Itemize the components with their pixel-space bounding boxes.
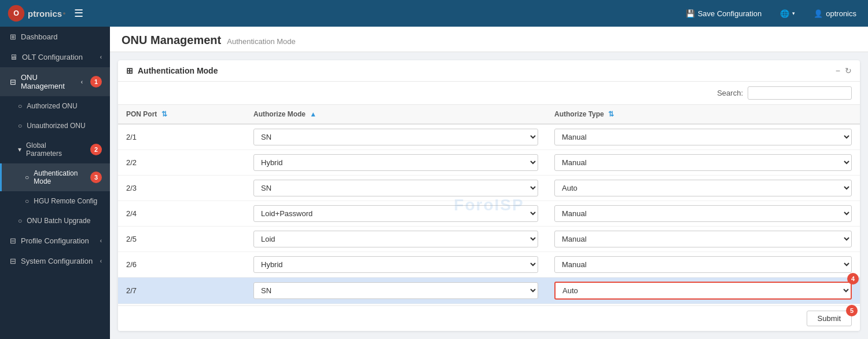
sidebar-item-profile-config[interactable]: ⊟ Profile Configuration ‹: [0, 231, 110, 251]
chevron-icon: ‹: [100, 238, 102, 244]
save-config-button[interactable]: 💾 Save Configuration: [681, 7, 767, 20]
sidebar-item-authorized-onu[interactable]: ○ Authorized ONU: [0, 96, 110, 116]
table-row: 2/7SNHybridLoid+PasswordLoidSN+Password4…: [118, 278, 860, 304]
col-authorize-mode[interactable]: Authorize Mode ▲: [245, 105, 546, 124]
card-title: ⊞ Authentication Mode: [126, 66, 218, 75]
refresh-icon[interactable]: ↻: [845, 66, 852, 75]
sidebar-item-dashboard[interactable]: ⊞ Dashboard: [0, 27, 110, 47]
sidebar-item-olt-config[interactable]: 🖥 OLT Configuration ‹: [0, 47, 110, 67]
user-icon: 👤: [814, 9, 823, 18]
save-config-label: Save Configuration: [698, 9, 762, 18]
authorize-mode-cell: SNHybridLoid+PasswordLoidSN+Password: [245, 150, 546, 176]
authorize-mode-cell: SNHybridLoid+PasswordLoidSN+Password: [245, 124, 546, 150]
circle-icon: ○: [18, 122, 22, 130]
user-button[interactable]: 👤 optronics: [809, 7, 861, 20]
table-row: 2/2SNHybridLoid+PasswordLoidSN+PasswordM…: [118, 150, 860, 176]
authorize-type-select[interactable]: ManualAuto: [554, 282, 852, 300]
search-input[interactable]: [748, 86, 852, 100]
sidebar-item-label: Profile Configuration: [21, 236, 89, 245]
sidebar-item-label: HGU Remote Config: [34, 197, 97, 205]
authorize-mode-cell: SNHybridLoid+PasswordLoidSN+Password: [245, 304, 546, 306]
authorize-type-cell: ManualAuto: [546, 124, 860, 150]
sort-icon: ⇅: [608, 110, 614, 118]
authorize-mode-cell: SNHybridLoid+PasswordLoidSN+Password: [245, 201, 546, 227]
navbar: O ptronics ● ☰ 💾 Save Configuration 🌐 ▾ …: [0, 0, 868, 27]
card-header: ⊞ Authentication Mode − ↻: [118, 60, 860, 82]
sidebar-item-onu-batch-upgrade[interactable]: ○ ONU Batch Upgrade: [0, 211, 110, 231]
olt-icon: 🖥: [10, 53, 17, 61]
sidebar-item-hgu-remote-config[interactable]: ○ HGU Remote Config: [0, 191, 110, 211]
sidebar-item-system-config[interactable]: ⊟ System Configuration ‹: [0, 251, 110, 271]
table-wrapper: ForoISP PON Port ⇅ Authorize Mode ▲ Auth…: [118, 105, 860, 305]
table-row: 2/3SNHybridLoid+PasswordLoidSN+PasswordM…: [118, 176, 860, 201]
sort-icon: ▲: [310, 110, 317, 118]
pon-port-cell: 2/1: [118, 124, 245, 150]
chevron-icon: ‹: [81, 79, 83, 85]
card-actions: − ↻: [836, 66, 852, 75]
col-pon-port[interactable]: PON Port ⇅: [118, 105, 245, 124]
authorize-type-cell: 4ManualAuto: [546, 278, 860, 304]
page-breadcrumb: Authentication Mode: [227, 37, 296, 46]
pon-port-cell: 2/3: [118, 176, 245, 201]
authorize-type-select[interactable]: ManualAuto: [554, 180, 852, 196]
table-row: 2/4SNHybridLoid+PasswordLoidSN+PasswordM…: [118, 201, 860, 227]
system-icon: ⊟: [10, 257, 16, 265]
hamburger-icon[interactable]: ☰: [74, 7, 83, 20]
pon-port-cell: 2/5: [118, 227, 245, 252]
table-row: 2/1SNHybridLoid+PasswordLoidSN+PasswordM…: [118, 124, 860, 150]
circle-icon: ○: [18, 102, 22, 110]
authorize-type-select[interactable]: ManualAuto: [554, 129, 852, 145]
annotation-badge-3: 3: [90, 172, 102, 183]
search-label: Search:: [717, 89, 743, 97]
submit-button[interactable]: Submit: [807, 311, 852, 326]
sort-icon: ⇅: [161, 110, 167, 118]
page-title-row: ONU Management Authentication Mode: [122, 34, 856, 47]
profile-icon: ⊟: [10, 236, 16, 245]
authorize-type-cell: ManualAuto: [546, 150, 860, 176]
authorize-type-select[interactable]: ManualAuto: [554, 205, 852, 222]
table-header-row: PON Port ⇅ Authorize Mode ▲ Authorize Ty…: [118, 105, 860, 124]
pon-port-cell: 2/6: [118, 252, 245, 278]
sidebar-item-label: Global Parameters: [26, 141, 83, 158]
authorize-mode-select[interactable]: SNHybridLoid+PasswordLoidSN+Password: [253, 282, 538, 299]
logo: O ptronics ●: [7, 4, 66, 23]
pon-port-cell: 2/7: [118, 278, 245, 304]
minimize-icon[interactable]: −: [836, 66, 840, 75]
authorize-type-select[interactable]: ManualAuto: [554, 154, 852, 171]
sidebar-item-unauthorized-onu[interactable]: ○ Unauthorized ONU: [0, 116, 110, 136]
authorize-mode-select[interactable]: SNHybridLoid+PasswordLoidSN+Password: [253, 205, 538, 222]
dashboard-icon: ⊞: [10, 32, 16, 41]
sidebar-item-authentication-mode[interactable]: ○ Authentication Mode 3: [0, 163, 110, 191]
annotation-badge-5: 5: [846, 305, 858, 316]
authorize-type-cell: ManualAuto: [546, 176, 860, 201]
chevron-down-icon: ▾: [792, 10, 795, 16]
circle-icon: ○: [25, 173, 29, 181]
sidebar-item-label: Unauthorized ONU: [27, 122, 85, 130]
authorize-mode-select[interactable]: SNHybridLoid+PasswordLoidSN+Password: [253, 231, 538, 247]
navbar-left: O ptronics ● ☰: [7, 4, 83, 23]
authorize-mode-select[interactable]: SNHybridLoid+PasswordLoidSN+Password: [253, 129, 538, 145]
globe-button[interactable]: 🌐 ▾: [775, 7, 800, 20]
annotation-badge-1: 1: [90, 76, 102, 88]
table-row: 2/5SNHybridLoid+PasswordLoidSN+PasswordM…: [118, 227, 860, 252]
sidebar: ⊞ Dashboard 🖥 OLT Configuration ‹ ⊟ ONU …: [0, 27, 110, 339]
col-authorize-type[interactable]: Authorize Type ⇅: [546, 105, 860, 124]
sidebar-item-onu-management[interactable]: ⊟ ONU Management ‹ 1: [0, 67, 110, 96]
data-table: PON Port ⇅ Authorize Mode ▲ Authorize Ty…: [118, 105, 860, 305]
onu-icon: ⊟: [10, 78, 16, 86]
sidebar-item-label: OLT Configuration: [22, 53, 83, 61]
table-icon: ⊞: [126, 66, 133, 75]
authorize-type-select[interactable]: ManualAuto: [554, 256, 852, 273]
sidebar-item-global-parameters[interactable]: ▾ Global Parameters 2: [0, 136, 110, 163]
authorize-mode-select[interactable]: SNHybridLoid+PasswordLoidSN+Password: [253, 180, 538, 196]
authorize-mode-select[interactable]: SNHybridLoid+PasswordLoidSN+Password: [253, 154, 538, 171]
authorize-type-select[interactable]: ManualAuto: [554, 231, 852, 247]
authorize-mode-cell: SNHybridLoid+PasswordLoidSN+Password: [245, 176, 546, 201]
pon-port-cell: 2/8: [118, 304, 245, 306]
chevron-icon: ‹: [100, 258, 102, 264]
authorize-mode-cell: SNHybridLoid+PasswordLoidSN+Password: [245, 278, 546, 304]
authorize-mode-select[interactable]: SNHybridLoid+PasswordLoidSN+Password: [253, 256, 538, 273]
sidebar-item-label: ONU Batch Upgrade: [27, 217, 90, 225]
search-bar: Search:: [118, 82, 860, 105]
authorize-mode-cell: SNHybridLoid+PasswordLoidSN+Password: [245, 252, 546, 278]
